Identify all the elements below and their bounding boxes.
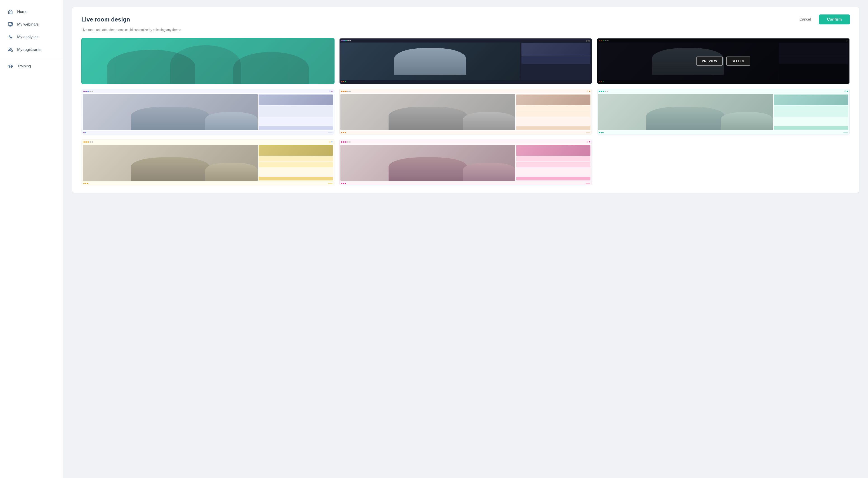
confirm-button[interactable]: Confirm bbox=[819, 14, 850, 24]
cancel-button[interactable]: Cancel bbox=[796, 16, 814, 23]
registrants-icon bbox=[7, 47, 13, 53]
content-panel: Live room design Cancel Confirm Live roo… bbox=[72, 7, 859, 192]
theme-grid: PREVIEW SELECT bbox=[81, 38, 850, 185]
theme-card-7-preview bbox=[82, 140, 334, 185]
sidebar-item-home-label: Home bbox=[17, 9, 27, 14]
training-icon bbox=[7, 63, 13, 69]
home-icon bbox=[7, 8, 13, 15]
sidebar-item-analytics[interactable]: My analytics bbox=[0, 31, 63, 43]
theme-card-8[interactable] bbox=[339, 139, 592, 185]
theme-card-4-preview bbox=[82, 89, 334, 134]
theme-card-8-preview bbox=[340, 140, 592, 185]
theme-card-1-preview bbox=[82, 38, 334, 84]
preview-button-3[interactable]: PREVIEW bbox=[696, 57, 723, 66]
theme-card-4[interactable] bbox=[81, 89, 335, 135]
sidebar-item-registrants-label: My registrants bbox=[17, 48, 41, 52]
select-button-3[interactable]: SELECT bbox=[726, 57, 750, 66]
svg-point-2 bbox=[9, 48, 11, 50]
sidebar-item-training[interactable]: Training bbox=[0, 60, 63, 72]
theme-card-2[interactable] bbox=[339, 38, 592, 84]
theme-card-6-preview bbox=[597, 89, 849, 134]
sidebar-item-analytics-label: My analytics bbox=[17, 35, 38, 39]
sidebar-item-webinars-label: My webinars bbox=[17, 22, 39, 27]
theme-card-1[interactable] bbox=[81, 38, 335, 84]
sidebar-item-webinars[interactable]: My webinars bbox=[0, 18, 63, 31]
main-content: Live room design Cancel Confirm Live roo… bbox=[63, 0, 868, 478]
theme-card-5[interactable] bbox=[339, 89, 592, 135]
panel-header: Live room design Cancel Confirm bbox=[81, 14, 850, 24]
webinars-icon bbox=[7, 21, 13, 28]
sidebar-item-training-label: Training bbox=[17, 64, 31, 68]
theme-card-2-preview bbox=[340, 38, 592, 84]
theme-card-3[interactable]: PREVIEW SELECT bbox=[597, 38, 850, 84]
sidebar-item-registrants[interactable]: My registrants bbox=[0, 43, 63, 56]
header-actions: Cancel Confirm bbox=[796, 14, 850, 24]
theme-card-7[interactable] bbox=[81, 139, 335, 185]
theme-card-6[interactable] bbox=[597, 89, 850, 135]
theme-card-5-preview bbox=[340, 89, 592, 134]
sidebar: Home My webinars My analytics bbox=[0, 0, 63, 478]
page-title: Live room design bbox=[81, 16, 130, 23]
page-subtitle: Live room and attendee rooms could custo… bbox=[81, 28, 850, 32]
analytics-icon bbox=[7, 34, 13, 40]
sidebar-item-home[interactable]: Home bbox=[0, 5, 63, 18]
theme-hover-overlay-3: PREVIEW SELECT bbox=[597, 38, 849, 84]
